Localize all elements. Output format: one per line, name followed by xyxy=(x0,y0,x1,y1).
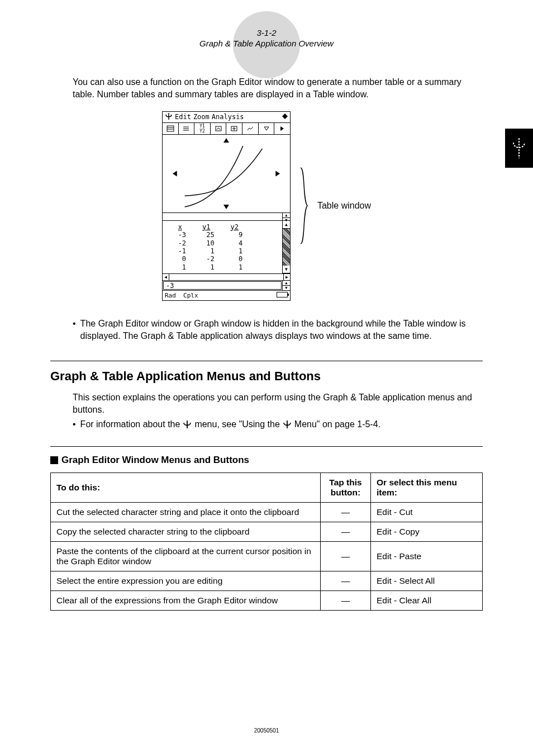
cell-todo: Select the entire expression you are edi… xyxy=(51,571,321,590)
cell-todo: Paste the contents of the clipboard at t… xyxy=(51,541,321,571)
scroll-right-icon: ▶ xyxy=(283,274,290,280)
toolbar-btn-4 xyxy=(211,123,227,134)
cell-button: — xyxy=(321,590,371,610)
info-bullet: • For information about the menu, see "U… xyxy=(73,419,483,429)
info-part3: Menu" on page 1-5-4. xyxy=(294,419,380,429)
section-heading: Graph & Table Application Menus and Butt… xyxy=(50,369,483,384)
cell-todo: Cut the selected character string and pl… xyxy=(51,502,321,522)
spinner-icon: ▲▼ xyxy=(282,213,290,220)
page-header-title: Graph & Table Application Overview xyxy=(50,39,483,48)
psi-icon xyxy=(282,420,292,428)
scroll-up-icon: ▲ xyxy=(283,221,290,229)
psi-icon xyxy=(165,113,173,121)
table-window-label: Table window xyxy=(317,201,371,211)
cell-menu: Edit - Copy xyxy=(371,522,483,541)
menu-more-icon xyxy=(282,113,288,121)
psi-icon xyxy=(511,137,527,159)
square-bullet-icon xyxy=(50,456,58,464)
battery-icon xyxy=(277,292,288,297)
cell-todo: Copy the selected character string to th… xyxy=(51,522,321,541)
svg-marker-15 xyxy=(223,205,229,209)
current-value: -3 xyxy=(163,281,282,290)
status-rad: Rad xyxy=(165,292,176,299)
note-paragraph: • The Graph Editor window or Graph windo… xyxy=(73,318,483,342)
table-header-row: To do this: Tap this button: Or select t… xyxy=(51,472,483,502)
table-text: x y1 y2 -3 25 9 -2 10 4 -1 1 1 0 -2 0 1 … xyxy=(166,223,287,271)
numeric-table: x y1 y2 -3 25 9 -2 10 4 -1 1 1 0 -2 0 1 … xyxy=(163,221,290,273)
toolbar: Y1Y2 xyxy=(163,123,290,135)
cell-button: — xyxy=(321,522,371,541)
graph-area xyxy=(163,135,290,213)
subsection-heading-row: Graph Editor Window Menus and Buttons xyxy=(50,455,483,466)
footer-stamp: 20050501 xyxy=(254,727,279,734)
vertical-scrollbar: ▲ ▼ xyxy=(282,221,290,273)
divider xyxy=(50,361,483,361)
th-button: Tap this button: xyxy=(321,472,371,502)
cell-menu: Edit - Select All xyxy=(371,571,483,590)
svg-marker-13 xyxy=(280,126,284,131)
screenshot-row: Edit Zoom Analysis Y1Y2 xyxy=(50,111,483,301)
info-part2: menu, see "Using the xyxy=(194,419,279,429)
cell-menu: Edit - Cut xyxy=(371,502,483,522)
psi-icon xyxy=(182,420,192,428)
cell-todo: Clear all of the expressions from the Gr… xyxy=(51,590,321,610)
svg-marker-14 xyxy=(223,138,229,143)
cell-menu: Edit - Paste xyxy=(371,541,483,571)
scroll-left-icon: ◀ xyxy=(163,274,169,280)
toolbar-btn-5 xyxy=(226,123,242,134)
cell-button: — xyxy=(321,571,371,590)
operations-table: To do this: Tap this button: Or select t… xyxy=(50,472,483,611)
table-row: Clear all of the expressions from the Gr… xyxy=(51,590,483,610)
bullet-dot-icon: • xyxy=(73,419,76,429)
status-cplx: Cplx xyxy=(183,292,198,299)
scroll-down-icon: ▼ xyxy=(283,266,290,273)
brace xyxy=(299,167,308,245)
status-bar: Rad Cplx xyxy=(163,290,290,300)
value-row: -3 ▲▼ xyxy=(163,280,290,290)
divider xyxy=(50,446,483,447)
table-pane: x y1 y2 -3 25 9 -2 10 4 -1 1 1 0 -2 0 1 … xyxy=(163,221,290,280)
menu-edit: Edit xyxy=(175,113,191,121)
table-row: Select the entire expression you are edi… xyxy=(51,571,483,590)
section-paragraph: This section explains the operations you… xyxy=(73,391,483,415)
intro-paragraph: You can also use a function on the Graph… xyxy=(73,76,483,101)
device-screenshot: Edit Zoom Analysis Y1Y2 xyxy=(162,111,291,301)
toolbar-arrow-icon xyxy=(274,123,290,134)
toolbar-btn-3: Y1Y2 xyxy=(194,123,211,134)
svg-marker-16 xyxy=(173,171,177,176)
table-row: Cut the selected character string and pl… xyxy=(51,502,483,522)
svg-rect-9 xyxy=(216,126,221,131)
toolbar-btn-6 xyxy=(242,123,259,134)
bullet-dot-icon: • xyxy=(73,318,76,342)
svg-marker-17 xyxy=(275,171,280,176)
menu-zoom: Zoom xyxy=(193,113,210,121)
subsection-heading: Graph Editor Window Menus and Buttons xyxy=(61,455,249,466)
toolbar-btn-1 xyxy=(163,123,179,134)
horizontal-scrollbar: ◀ ▶ xyxy=(163,273,290,280)
value-spinner-icon: ▲▼ xyxy=(282,281,290,290)
table-row: Copy the selected character string to th… xyxy=(51,522,483,541)
svg-marker-2 xyxy=(282,114,288,119)
menubar: Edit Zoom Analysis xyxy=(163,112,290,123)
th-menu: Or select this menu item: xyxy=(371,472,483,502)
svg-rect-3 xyxy=(167,126,174,131)
page-number: 3-1-2 xyxy=(50,28,483,37)
toolbar-btn-2 xyxy=(179,123,195,134)
table-row: Paste the contents of the clipboard at t… xyxy=(51,541,483,571)
side-tab xyxy=(505,129,533,168)
th-todo: To do this: xyxy=(51,472,321,502)
note-text: The Graph Editor window or Graph window … xyxy=(80,318,483,342)
cell-button: — xyxy=(321,541,371,571)
graph-spinner-row: ▲▼ xyxy=(163,213,290,221)
graph-curves xyxy=(163,135,290,212)
page-header: 3-1-2 Graph & Table Application Overview xyxy=(50,28,483,48)
cell-menu: Edit - Clear All xyxy=(371,590,483,610)
cell-button: — xyxy=(321,502,371,522)
toolbar-btn-7 xyxy=(259,123,275,134)
info-part1: For information about the xyxy=(80,419,180,429)
menu-analysis: Analysis xyxy=(212,113,244,121)
